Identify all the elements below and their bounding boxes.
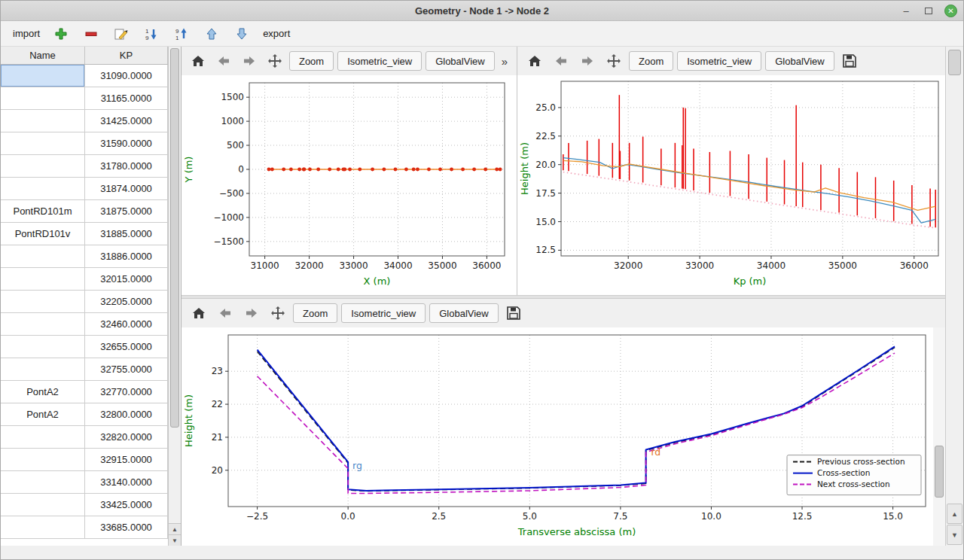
table-scrollbar-thumb[interactable] xyxy=(170,48,179,428)
main-vertical-scrollbar[interactable]: ▲ ▼ xyxy=(945,47,963,546)
global-view-button[interactable]: GlobalView xyxy=(426,51,495,71)
kp-cell[interactable]: 32915.0000 xyxy=(85,449,168,471)
sort-descending-button[interactable]: 19 xyxy=(142,25,160,43)
name-cell[interactable] xyxy=(1,178,85,200)
main-scrollbar-thumb[interactable] xyxy=(948,50,961,75)
home-button[interactable] xyxy=(523,50,546,72)
column-header-kp[interactable]: KP xyxy=(85,47,168,64)
kp-cell[interactable]: 31875.0000 xyxy=(85,200,168,223)
table-row[interactable]: 31165.0000 xyxy=(1,87,168,110)
back-button[interactable] xyxy=(550,50,572,72)
kp-cell[interactable]: 33425.0000 xyxy=(85,494,168,516)
home-button[interactable] xyxy=(188,303,210,324)
forward-button[interactable] xyxy=(576,50,599,72)
back-button[interactable] xyxy=(213,50,235,72)
name-cell[interactable] xyxy=(1,336,85,358)
kp-cell[interactable]: 32015.0000 xyxy=(85,268,168,291)
cross-section-scrollbar-thumb[interactable] xyxy=(935,446,944,498)
name-cell[interactable] xyxy=(1,87,85,110)
table-row[interactable]: PontRD101m31875.0000 xyxy=(1,200,168,223)
isometric-view-button[interactable]: Isometric_view xyxy=(337,51,422,71)
cross-section-scrollbar[interactable] xyxy=(933,327,945,546)
kp-cell[interactable]: 32655.0000 xyxy=(85,336,168,358)
kp-cell[interactable]: 33685.0000 xyxy=(85,516,168,539)
kp-cell[interactable]: 31090.0000 xyxy=(85,65,168,87)
profile-chart[interactable]: 320003300034000350003600012.515.017.520.… xyxy=(517,75,945,295)
isometric-view-button[interactable]: Isometric_view xyxy=(341,303,426,323)
maximize-button[interactable] xyxy=(922,5,935,18)
zoom-button[interactable]: Zoom xyxy=(293,303,337,323)
sort-ascending-button[interactable]: 91 xyxy=(172,25,191,43)
name-cell[interactable] xyxy=(1,65,85,87)
close-button[interactable]: ✕ xyxy=(944,5,957,17)
name-cell[interactable] xyxy=(1,245,85,268)
save-button[interactable] xyxy=(502,303,525,324)
kp-cell[interactable]: 31885.0000 xyxy=(85,223,168,245)
kp-cell[interactable]: 32205.0000 xyxy=(85,291,168,313)
kp-cell[interactable]: 32770.0000 xyxy=(85,381,168,403)
global-view-button[interactable]: GlobalView xyxy=(765,51,834,71)
move-up-button[interactable] xyxy=(203,25,221,43)
table-row[interactable]: 32205.0000 xyxy=(1,291,168,313)
toolbar-overflow-button[interactable]: » xyxy=(499,55,511,68)
name-cell[interactable] xyxy=(1,268,85,291)
cross-section-chart[interactable]: −2.50.02.55.07.510.012.515.020212223Tran… xyxy=(182,327,933,546)
table-row[interactable]: PontA232770.0000 xyxy=(1,381,168,403)
scroll-up-button[interactable]: ▲ xyxy=(947,504,962,524)
kp-cell[interactable]: 32800.0000 xyxy=(85,403,168,426)
add-row-button[interactable] xyxy=(52,25,70,43)
kp-cell[interactable]: 31165.0000 xyxy=(85,87,168,110)
kp-cell[interactable]: 32755.0000 xyxy=(85,358,168,381)
move-down-button[interactable] xyxy=(233,25,251,43)
pan-button[interactable] xyxy=(267,303,289,324)
forward-button[interactable] xyxy=(240,303,263,324)
table-row[interactable]: 33140.0000 xyxy=(1,471,168,494)
column-header-name[interactable]: Name xyxy=(1,47,85,64)
table-row[interactable]: 31886.0000 xyxy=(1,245,168,268)
edit-button[interactable] xyxy=(112,25,130,43)
import-button[interactable]: import xyxy=(13,28,40,39)
table-row[interactable]: 32460.0000 xyxy=(1,313,168,336)
kp-cell[interactable]: 31874.0000 xyxy=(85,178,168,200)
table-row[interactable]: 32015.0000 xyxy=(1,268,168,291)
plan-view-chart[interactable]: 310003200033000340003500036000−1500−1000… xyxy=(182,75,517,295)
table-row[interactable]: 33685.0000 xyxy=(1,516,168,539)
table-row[interactable]: 32755.0000 xyxy=(1,358,168,381)
name-cell[interactable] xyxy=(1,358,85,381)
scroll-down-button[interactable]: ▼ xyxy=(947,525,962,545)
table-scroll-down-button[interactable]: ▼ xyxy=(169,534,181,546)
global-view-button[interactable]: GlobalView xyxy=(429,303,499,323)
pan-button[interactable] xyxy=(264,50,285,72)
export-button[interactable]: export xyxy=(263,28,290,39)
remove-row-button[interactable] xyxy=(82,25,100,43)
table-row[interactable]: 32820.0000 xyxy=(1,426,168,449)
table-scrollbar[interactable]: ▲ ▼ xyxy=(168,47,181,546)
pan-button[interactable] xyxy=(602,50,625,72)
name-cell[interactable] xyxy=(1,516,85,539)
kp-cell[interactable]: 33140.0000 xyxy=(85,471,168,494)
name-cell[interactable] xyxy=(1,449,85,471)
name-cell[interactable]: PontA2 xyxy=(1,403,85,426)
name-cell[interactable] xyxy=(1,155,85,178)
kp-cell[interactable]: 31425.0000 xyxy=(85,110,168,132)
table-row[interactable]: 32655.0000 xyxy=(1,336,168,358)
name-cell[interactable] xyxy=(1,494,85,516)
name-cell[interactable]: PontRD101v xyxy=(1,223,85,245)
table-row[interactable]: 33425.0000 xyxy=(1,494,168,516)
save-button[interactable] xyxy=(838,50,861,72)
name-cell[interactable] xyxy=(1,426,85,449)
kp-cell[interactable]: 31886.0000 xyxy=(85,245,168,268)
zoom-button[interactable]: Zoom xyxy=(629,51,673,71)
kp-cell[interactable]: 31590.0000 xyxy=(85,132,168,155)
table-row[interactable]: 31090.0000 xyxy=(1,65,168,87)
name-cell[interactable] xyxy=(1,110,85,132)
table-row[interactable]: 31590.0000 xyxy=(1,132,168,155)
kp-cell[interactable]: 32820.0000 xyxy=(85,426,168,449)
home-button[interactable] xyxy=(188,50,209,72)
minimize-button[interactable]: – xyxy=(899,5,913,18)
table-row[interactable]: PontRD101v31885.0000 xyxy=(1,223,168,245)
name-cell[interactable] xyxy=(1,471,85,494)
table-row[interactable]: 31780.0000 xyxy=(1,155,168,178)
name-cell[interactable] xyxy=(1,132,85,155)
name-cell[interactable]: PontA2 xyxy=(1,381,85,403)
